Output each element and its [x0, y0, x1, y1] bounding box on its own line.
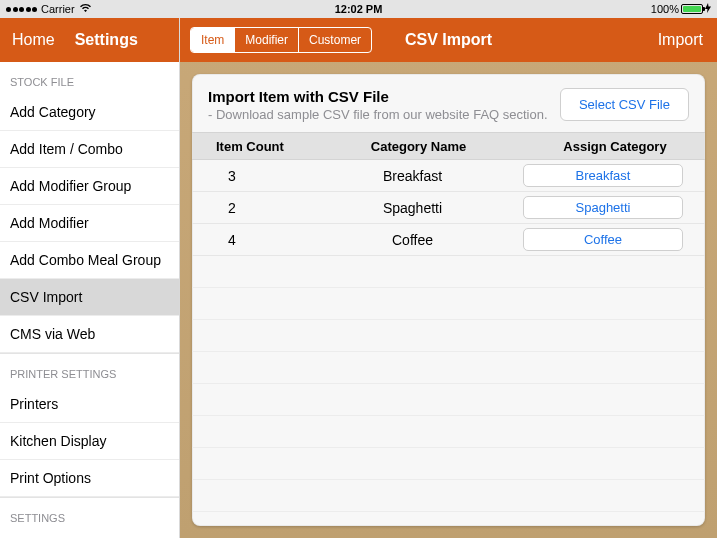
panel-subtitle: - Download sample CSV file from our webs…	[208, 107, 548, 122]
assign-category-button[interactable]: Spaghetti	[523, 196, 683, 219]
signal-icon	[6, 7, 37, 12]
wifi-icon	[79, 3, 92, 15]
sidebar-item[interactable]: Add Item / Combo	[0, 131, 179, 168]
section-header: PRINTER SETTINGS	[0, 353, 179, 386]
status-bar: Carrier 12:02 PM 100%	[0, 0, 717, 18]
sidebar-item[interactable]: General	[0, 530, 179, 538]
sidebar-item[interactable]: CMS via Web	[0, 316, 179, 353]
cell-count: 2	[192, 200, 312, 216]
status-right: 100%	[651, 3, 711, 15]
empty-row	[192, 448, 705, 480]
home-button[interactable]: Home	[12, 31, 55, 49]
page-title: CSV Import	[405, 31, 492, 49]
section-header: STOCK FILE	[0, 62, 179, 94]
sidebar-item[interactable]: Add Modifier	[0, 205, 179, 242]
assign-category-button[interactable]: Breakfast	[523, 164, 683, 187]
main-area: ItemModifierCustomer CSV Import Import I…	[180, 18, 717, 538]
table-row: 4CoffeeCoffee	[192, 224, 705, 256]
cell-count: 4	[192, 232, 312, 248]
col-header-count: Item Count	[192, 139, 312, 154]
charging-icon	[705, 3, 711, 15]
sidebar-item[interactable]: Add Modifier Group	[0, 168, 179, 205]
sidebar-item[interactable]: Add Combo Meal Group	[0, 242, 179, 279]
cell-name: Spaghetti	[312, 200, 513, 216]
col-header-assign: Assign Category	[525, 139, 705, 154]
select-csv-button[interactable]: Select CSV File	[560, 88, 689, 121]
empty-row	[192, 512, 705, 526]
segment-modifier[interactable]: Modifier	[235, 28, 299, 52]
status-left: Carrier	[6, 3, 92, 15]
empty-row	[192, 256, 705, 288]
empty-row	[192, 320, 705, 352]
import-button[interactable]: Import	[658, 31, 703, 49]
sidebar-item[interactable]: Printers	[0, 386, 179, 423]
cell-assign: Coffee	[513, 228, 693, 251]
battery-icon	[681, 4, 703, 14]
battery-percent: 100%	[651, 3, 679, 15]
sidebar-item[interactable]: Kitchen Display	[0, 423, 179, 460]
csv-panel: Import Item with CSV File - Download sam…	[192, 74, 705, 526]
cell-name: Breakfast	[312, 168, 513, 184]
sidebar-header: Home Settings	[0, 18, 179, 62]
cell-count: 3	[192, 168, 312, 184]
carrier-label: Carrier	[41, 3, 75, 15]
cell-assign: Spaghetti	[513, 196, 693, 219]
sidebar-item[interactable]: Add Category	[0, 94, 179, 131]
segment-customer[interactable]: Customer	[299, 28, 371, 52]
status-time: 12:02 PM	[335, 3, 383, 15]
cell-assign: Breakfast	[513, 164, 693, 187]
section-header: SETTINGS	[0, 497, 179, 530]
segmented-control: ItemModifierCustomer	[190, 27, 372, 53]
assign-category-button[interactable]: Coffee	[523, 228, 683, 251]
sidebar-item[interactable]: Print Options	[0, 460, 179, 497]
empty-row	[192, 288, 705, 320]
panel-title: Import Item with CSV File	[208, 88, 548, 105]
cell-name: Coffee	[312, 232, 513, 248]
sidebar: Home Settings STOCK FILEAdd CategoryAdd …	[0, 18, 180, 538]
table-row: 2SpaghettiSpaghetti	[192, 192, 705, 224]
empty-row	[192, 480, 705, 512]
empty-row	[192, 416, 705, 448]
segment-item[interactable]: Item	[191, 28, 235, 52]
table-header: Item Count Category Name Assign Category	[192, 132, 705, 160]
sidebar-item[interactable]: CSV Import	[0, 279, 179, 316]
table-row: 3BreakfastBreakfast	[192, 160, 705, 192]
col-header-name: Category Name	[312, 139, 525, 154]
empty-row	[192, 384, 705, 416]
main-header: ItemModifierCustomer CSV Import Import	[180, 18, 717, 62]
sidebar-title: Settings	[75, 31, 138, 49]
empty-row	[192, 352, 705, 384]
